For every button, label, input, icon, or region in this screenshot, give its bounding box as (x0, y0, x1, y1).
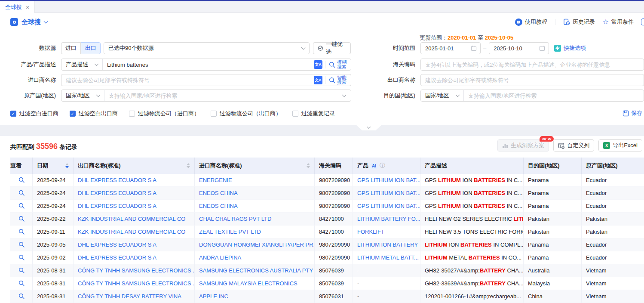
importer-input[interactable] (61, 74, 311, 86)
view-details-button[interactable] (18, 266, 25, 273)
exporter-link[interactable]: DHL EXPRESS ECUADOR S A (78, 190, 156, 196)
importer-cell: SAMSUNG MALAYSIA ELECTRONICS (195, 277, 315, 290)
importer-link[interactable]: DONGGUAN HONGMEI XIANGLI PAPER PR... (199, 241, 315, 248)
tutorial-link[interactable]: 使用教程 (515, 18, 547, 26)
exporter-link[interactable]: CÔNG TY TNHH DESAY BATTERY VINA (78, 293, 181, 300)
tab-global-search[interactable]: 全球搜 × (0, 1, 35, 13)
generate-insight-button[interactable]: 生成洞察方案 NEW (497, 139, 549, 152)
table-row: 2025-08-31CÔNG TY TNHH SAMSUNG ELECTRONI… (10, 277, 644, 290)
destination-input[interactable] (464, 90, 644, 101)
view-details-button[interactable] (18, 176, 25, 183)
exporter-link[interactable]: DHL EXPRESS ECUADOR S A (78, 254, 156, 261)
page-title: 全球搜 (21, 18, 41, 26)
exporter-link[interactable]: CÔNG TY TNHH SAMSUNG ELECTRONICS ... (78, 267, 195, 274)
smart-search-button[interactable]: 智能搜索 (325, 75, 351, 85)
importer-link[interactable]: SAMSUNG ELECTRONICS AUSTRALIA PTY (199, 267, 313, 274)
destination-type-select[interactable]: 国家/地区 (421, 90, 464, 101)
column-label: 查看 (10, 162, 21, 170)
view-details-button[interactable] (18, 241, 25, 247)
origin-type-select[interactable]: 国家/地区 (61, 90, 104, 101)
importer-link[interactable]: SAMSUNG MALAYSIA ELECTRONICS (199, 280, 297, 287)
info-icon[interactable]: ⓘ (380, 162, 385, 170)
origin-input[interactable] (104, 90, 339, 101)
exporter-link[interactable]: KZK INDUSTRIAL AND COMMERCIAL CO (78, 229, 185, 235)
importer-link[interactable]: ZEAL TEXTILE PVT LTD (199, 229, 261, 235)
view-details-button[interactable] (18, 279, 25, 286)
hs-code-cell: 85076031 (315, 290, 353, 303)
view-details-button[interactable] (18, 202, 25, 209)
end-date-input[interactable] (489, 43, 539, 54)
datasource-select[interactable]: 已选中90个数据源 (104, 42, 310, 54)
hs-code-cell: 9807209090 (315, 174, 353, 187)
importer-link[interactable]: ENEOS CHINA (199, 190, 238, 196)
importer-link[interactable]: APPLE INC (199, 293, 228, 300)
quick-options-link[interactable]: 快捷选项 (554, 44, 586, 52)
chevron-down-icon (455, 93, 460, 97)
exporter-link[interactable]: DHL EXPRESS ECUADOR S A (78, 203, 156, 209)
exporter-cell: CÔNG TY TNHH DESAY BATTERY VINA (74, 290, 195, 303)
importer-link[interactable]: ENEOS CHINA (199, 203, 238, 209)
exporter-link[interactable]: KZK INDUSTRIAL AND COMMERCIAL CO (78, 216, 185, 222)
filter-checkbox-2[interactable]: ✓过滤物流公司（进口商） (129, 110, 199, 117)
sort-carets[interactable] (187, 163, 190, 168)
column-header-3[interactable]: 进口商名称(标准) (195, 158, 315, 174)
exporter-input[interactable] (421, 74, 644, 86)
view-details-button[interactable] (18, 292, 25, 299)
checkbox-checked-icon[interactable]: ✓ (70, 111, 76, 117)
sort-carets[interactable] (307, 163, 310, 168)
history-link[interactable]: 历史记录 (563, 18, 595, 26)
view-details-button[interactable] (18, 254, 25, 260)
close-icon[interactable]: × (26, 4, 29, 11)
origin-cell: Pakistan (582, 213, 644, 226)
checkbox-checked-icon[interactable]: ✓ (10, 111, 16, 117)
view-details-button[interactable] (18, 228, 25, 235)
collapse-form-button[interactable] (356, 125, 382, 130)
sort-carets[interactable] (65, 163, 69, 168)
filter-label: 过滤物流公司（进口商） (138, 110, 199, 117)
exporter-link[interactable]: DHL EXPRESS ECUADOR S A (78, 241, 156, 248)
checkbox-unchecked-icon[interactable]: ✓ (129, 111, 135, 117)
importer-link[interactable]: ENERGENIE (199, 177, 232, 183)
origin-cell: Ecuador (582, 174, 644, 187)
translate-icon[interactable]: 文A (314, 60, 322, 69)
product-type-select[interactable]: 产品描述 (61, 59, 103, 70)
hs-code-cell: 84271000 (315, 213, 353, 226)
favorites-link[interactable]: ☆ 常用条件 (603, 18, 634, 26)
importer-link[interactable]: ANDRA LIEPINA (199, 254, 241, 261)
chevron-down-icon[interactable] (44, 19, 48, 24)
save-conditions-link[interactable]: 保存 (623, 109, 642, 117)
checkbox-unchecked-icon[interactable]: ✓ (292, 111, 298, 117)
product-label: 产品/产品描述 (0, 61, 56, 68)
exporter-cell: DHL EXPRESS ECUADOR S A (74, 187, 195, 200)
hs-code-input[interactable] (421, 59, 644, 70)
export-excel-button[interactable]: X 导出Excel (598, 139, 642, 152)
filter-checkbox-1[interactable]: ✓过滤空白出口商 (70, 110, 118, 117)
import-toggle[interactable]: 进口 (61, 42, 81, 54)
start-date-input[interactable] (421, 43, 471, 54)
date-cell: 2025-09-22 (33, 213, 74, 226)
filter-checkbox-4[interactable]: ✓过滤重复记录 (292, 110, 335, 117)
translate-icon[interactable]: 文A (314, 76, 322, 84)
date-cell: 2025-08-31 (33, 290, 74, 303)
column-header-1[interactable]: 日期 (33, 158, 74, 174)
column-header-2[interactable]: 出口商名称(标准) (74, 158, 195, 174)
calendar-icon[interactable] (471, 45, 477, 51)
importer-link[interactable]: CHAL CHAL RAGS PVT LTD (199, 216, 271, 222)
product-cell: GPS LITHIUM ION BAT... (353, 200, 420, 213)
filter-checkbox-0[interactable]: ✓过滤空白进口商 (10, 110, 58, 117)
calendar-icon[interactable] (539, 45, 545, 51)
view-details-button[interactable] (18, 215, 25, 222)
column-header-6: 产品描述 (420, 158, 524, 174)
exporter-link[interactable]: CÔNG TY TNHH SAMSUNG ELECTRONICS ... (78, 280, 195, 287)
filter-checkbox-3[interactable]: ✓过滤物流公司（出口商） (211, 110, 281, 117)
table-row: 2025-08-31CÔNG TY TNHH DESAY BATTERY VIN… (10, 290, 644, 303)
export-toggle[interactable]: 出口 (81, 42, 101, 54)
checkbox-unchecked-icon[interactable]: ✓ (211, 111, 217, 117)
product-input[interactable] (103, 59, 311, 70)
view-details-button[interactable] (18, 189, 25, 196)
customize-columns-button[interactable]: 自定义列 (553, 139, 594, 152)
fuzzy-search-button[interactable]: 模糊搜索 (325, 60, 351, 69)
exporter-link[interactable]: DHL EXPRESS ECUADOR S A (78, 177, 156, 183)
destination-cell: China (524, 290, 582, 303)
one-click-optimize-button[interactable]: 一键优选 (313, 42, 351, 54)
